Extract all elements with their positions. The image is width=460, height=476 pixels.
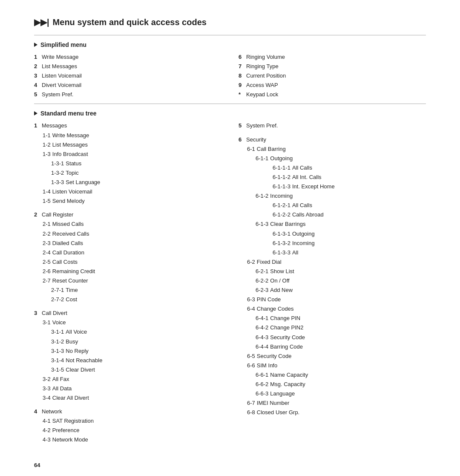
item-text: List Messages [52, 140, 88, 150]
item-num: 1-3-2 [51, 168, 64, 178]
item-text: Messages [42, 121, 67, 130]
item-text: Clear Divert [66, 365, 95, 375]
spacer [34, 206, 221, 210]
list-item: 3-1-4Not Reachable [34, 356, 221, 365]
list-item: 6-4-4Barring Code [239, 342, 426, 352]
item-num: 6-1-1-1 [273, 163, 290, 173]
spacer [34, 403, 221, 407]
item-text: Change PIN2 [270, 323, 303, 332]
item-num: 6-1-3-3 [273, 248, 290, 257]
item-text: Show List [270, 267, 294, 276]
standard-menu-left: 1Messages1-1Write Message1-2List Message… [34, 121, 230, 444]
item-num: 2-7-2 [51, 295, 64, 304]
list-item: 3-3All Data [34, 384, 221, 393]
item-num: 4-2 [43, 426, 51, 435]
item-text: All Fax [52, 375, 69, 384]
item-num: 2-7 [43, 276, 51, 286]
list-item: 2-5Call Costs [34, 257, 221, 267]
standard-menu-title: Standard menu tree [34, 110, 426, 117]
list-item: 3-1Voice [34, 318, 221, 327]
item-num: 5 [34, 90, 40, 99]
item-num: 3-3 [43, 384, 51, 393]
item-text: Barring Code [270, 342, 303, 352]
item-text: Change PIN [270, 314, 300, 323]
list-item: 1-1Write Message [34, 131, 221, 140]
item-text: Call Divert [42, 309, 67, 318]
item-num: 2-2 [43, 229, 51, 239]
simplified-menu-content: 1Write Message2List Messages3Listen Voic… [34, 52, 426, 99]
list-item: 6-6SIM Info [239, 361, 426, 370]
item-num: 6-5 [247, 352, 255, 361]
list-item: 2-7Reset Counter [34, 276, 221, 286]
item-text: Received Calls [52, 229, 89, 239]
arrows-icon: ▶▶| [34, 17, 49, 27]
list-item: 6-3PIN Code [239, 295, 426, 304]
item-num: 3-1 [43, 318, 51, 327]
item-text: On / Off [270, 276, 289, 286]
item-num: 6-1-3 [256, 219, 268, 229]
simplified-menu-title: Simplified menu [34, 41, 426, 48]
item-num: 2-7-1 [51, 286, 64, 295]
item-text: Write Message [52, 131, 89, 140]
item-text: Outgoing [270, 154, 293, 163]
list-item: 4-3Network Mode [34, 435, 221, 444]
item-text: All Int. Calls [292, 173, 322, 182]
item-text: Keypad Lock [246, 90, 278, 99]
item-text: Msg. Capacity [270, 380, 305, 389]
item-num: 7 [239, 62, 244, 71]
triangle-icon2 [34, 111, 37, 115]
item-num: 6-1-1 [256, 154, 268, 163]
list-item: 2Call Register [34, 210, 221, 219]
item-num: 1-3-3 [51, 178, 64, 187]
item-num: 6-6 [247, 361, 255, 370]
item-num: 6 [239, 52, 244, 62]
list-item: 2-3Dialled Calls [34, 239, 221, 248]
list-item: 3-1-5Clear Divert [34, 365, 221, 375]
list-item: 3Call Divert [34, 309, 221, 318]
list-item: 3-2All Fax [34, 375, 221, 384]
list-item: 1-3-3Set Language [34, 178, 221, 187]
list-item: 6-8Closed User Grp. [239, 408, 426, 417]
item-text: Incoming [292, 239, 315, 248]
list-item: 2List Messages [34, 62, 221, 71]
list-item: 6-6-2Msg. Capacity [239, 380, 426, 389]
item-num: 3 [34, 71, 40, 81]
item-num: 6-4-2 [256, 323, 268, 332]
item-text: Busy [66, 337, 78, 346]
item-num: 3-1-3 [51, 346, 64, 356]
item-num: 3-1-4 [51, 356, 64, 365]
item-num: 6-6-2 [256, 380, 268, 389]
list-item: 3Listen Voicemail [34, 71, 221, 81]
item-text: Call Duration [52, 248, 84, 257]
item-text: Incoming [270, 191, 293, 201]
item-text: SIM Info [257, 361, 277, 370]
spacer [34, 304, 221, 309]
item-text: Calls Abroad [292, 210, 324, 219]
item-text: Time [66, 286, 78, 295]
list-item: 4-2Preference [34, 426, 221, 435]
item-num: 6-2-2 [256, 276, 268, 286]
item-num: 1-3-1 [51, 159, 64, 168]
item-num: 3-1-2 [51, 337, 64, 346]
item-text: Voice [52, 318, 66, 327]
list-item: 2-4Call Duration [34, 248, 221, 257]
item-text: Divert Voicemail [42, 81, 81, 90]
list-item: 6-6-3Language [239, 389, 426, 398]
list-item: 5System Pref. [239, 121, 426, 130]
list-item: 4Network [34, 407, 221, 416]
item-num: 1-5 [43, 196, 51, 206]
item-text: Change Codes [257, 304, 294, 314]
item-num: 6 [239, 135, 244, 144]
item-num: 1-2 [43, 140, 51, 150]
item-num: 2 [34, 210, 40, 219]
item-text: Remaining Credit [52, 267, 95, 276]
item-num: 6-1 [247, 144, 255, 154]
item-num: 6-4-1 [256, 314, 268, 323]
list-item: 1-5Send Melody [34, 196, 221, 206]
item-text: Clear Barrings [270, 219, 305, 229]
item-num: 6-1-2-1 [273, 201, 290, 210]
item-num: 6-2-3 [256, 286, 268, 295]
item-num: 2-3 [43, 239, 51, 248]
item-text: Write Message [42, 52, 78, 62]
list-item: 4-1SAT Registration [34, 416, 221, 426]
